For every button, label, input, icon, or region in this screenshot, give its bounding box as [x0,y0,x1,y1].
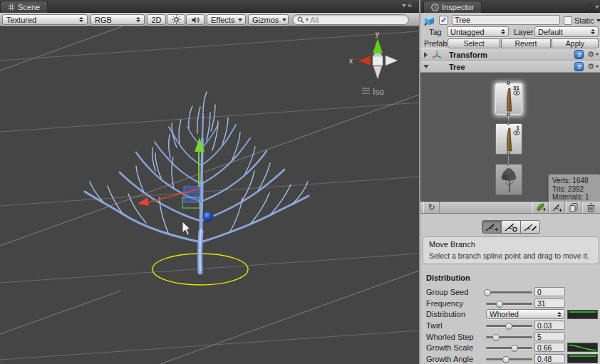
search-filter-caret-icon[interactable] [306,19,309,21]
whorled-step-slider[interactable] [486,336,532,338]
duplicate-node-button[interactable] [566,202,581,213]
gear-icon[interactable]: ⚙ [587,63,594,71]
add-leaf-group-button[interactable] [532,202,549,213]
delete-node-button[interactable] [582,202,599,213]
node-socket[interactable] [507,81,510,85]
help-icon[interactable]: ? [574,50,584,59]
node-socket[interactable] [507,162,510,165]
slider-knob[interactable] [496,301,503,308]
projection-label[interactable]: Iso [373,87,384,97]
view-orientation-gizmo[interactable]: y x Iso [349,30,398,97]
panel-menu-icon[interactable]: ≡ [402,2,412,9]
twirl-value-field[interactable] [534,321,565,330]
gameobject-header-row: ✓ Static [420,14,600,26]
grid-icon [8,4,15,11]
2d-toggle-button[interactable]: 2D [147,14,166,25]
tab-scene[interactable]: Scene [0,1,48,13]
refresh-icon: ↻ [428,202,435,212]
move-gizmo-arrow-x[interactable] [138,197,149,206]
prefab-revert-button[interactable]: Revert [501,38,551,48]
gameobject-cube-icon[interactable] [423,14,435,26]
audio-toggle-button[interactable] [186,14,205,25]
group-seed-slider[interactable] [486,291,532,293]
scene-viewport[interactable]: y x Iso [0,26,419,364]
add-branch-group-button[interactable] [549,202,565,213]
prefab-select-button[interactable]: Select [448,38,500,48]
view-cube-top[interactable] [373,53,383,56]
axis-cone-y[interactable] [373,38,383,53]
distribution-mode-dropdown[interactable]: Whorled [486,309,565,319]
growth-scale-value-field[interactable] [534,343,565,352]
frequency-value-field[interactable] [534,298,565,308]
static-checkbox[interactable] [564,16,572,25]
tree-component-header[interactable]: Tree ? ⚙ [420,61,600,73]
slider-row-whorled-step: Whorled Step [420,332,600,343]
tree-object[interactable] [85,92,309,272]
tree-root-node[interactable] [495,164,522,195]
slider-knob[interactable] [484,289,491,296]
axis-cone-down[interactable] [373,66,382,79]
popup-arrows-icon [79,17,83,22]
lock-icon[interactable] [586,3,593,11]
growth-scale-slider[interactable] [486,347,532,349]
node-socket[interactable] [507,152,510,156]
effects-dropdown[interactable]: Effects [207,14,246,25]
whorled-step-value-field[interactable] [534,332,565,341]
caret-down-icon [282,19,286,21]
tree-editor-toolbar: ↻ [420,202,600,214]
inspector-tab-label: Inspector [442,3,474,11]
slider-knob[interactable] [505,323,512,330]
slider-knob[interactable] [502,356,510,363]
gizmos-dropdown[interactable]: Gizmos [248,14,289,25]
tool-help-box: Move Branch Select a branch spline point… [423,236,599,264]
lighting-toggle-button[interactable] [167,14,185,25]
inspector-menu-caret-icon[interactable] [595,6,599,9]
view-cube[interactable] [373,56,383,66]
trash-icon [587,203,595,212]
growth-angle-slider[interactable] [486,358,532,360]
axis-cone-right[interactable] [386,56,398,66]
refresh-button[interactable]: ↻ [423,202,440,213]
projection-menu-icon[interactable] [362,88,370,93]
axis-cone-x[interactable] [358,56,371,66]
popup-arrows-icon [501,29,505,34]
transform-component-header[interactable]: Transform ? ⚙ [420,48,600,61]
slider-knob[interactable] [492,334,500,341]
draw-branch-tool-button[interactable] [521,221,539,233]
branch-group-node[interactable]: 1 [495,123,522,155]
layer-dropdown[interactable]: Default [534,26,599,37]
rotate-branch-tool-button[interactable] [502,221,521,233]
slider-knob[interactable] [511,345,518,352]
gear-icon[interactable]: ⚙ [587,51,594,58]
growth-scale-curve-preview[interactable] [567,343,598,352]
active-checkbox[interactable]: ✓ [439,16,448,25]
move-branch-tool-button[interactable] [482,221,502,233]
foldout-arrow-icon[interactable] [423,65,429,68]
tag-dropdown[interactable]: Untagged [447,26,509,37]
foldout-arrow-icon[interactable] [424,52,428,58]
tree-hierarchy-editor[interactable]: 31 1 [420,73,600,202]
sun-icon [172,15,181,24]
eye-icon[interactable] [513,90,520,95]
node-socket[interactable] [507,113,510,116]
tree-thumbnail [497,165,522,195]
growth-angle-value-field[interactable] [534,354,565,363]
gameobject-name-input[interactable] [452,15,560,25]
group-seed-value-field[interactable] [534,287,565,296]
branch-group-node-selected[interactable]: 31 [495,83,522,115]
tab-inspector[interactable]: Inspector [423,1,482,13]
node-socket[interactable] [507,121,510,125]
prefab-apply-button[interactable]: Apply [552,38,599,48]
scene-search-input[interactable]: All [292,14,409,25]
render-channel-dropdown[interactable]: RGB [90,14,145,25]
branch-spline-point[interactable] [203,212,213,222]
info-icon [431,4,439,11]
shading-mode-dropdown[interactable]: Textured [2,14,88,25]
static-caret-icon[interactable] [596,19,600,22]
help-icon[interactable]: ? [574,62,584,71]
twirl-slider[interactable] [486,325,532,327]
distribution-curve-preview[interactable] [567,310,598,319]
frequency-slider[interactable] [486,303,532,305]
growth-angle-curve-preview[interactable] [567,354,598,363]
eye-icon[interactable] [513,130,520,135]
